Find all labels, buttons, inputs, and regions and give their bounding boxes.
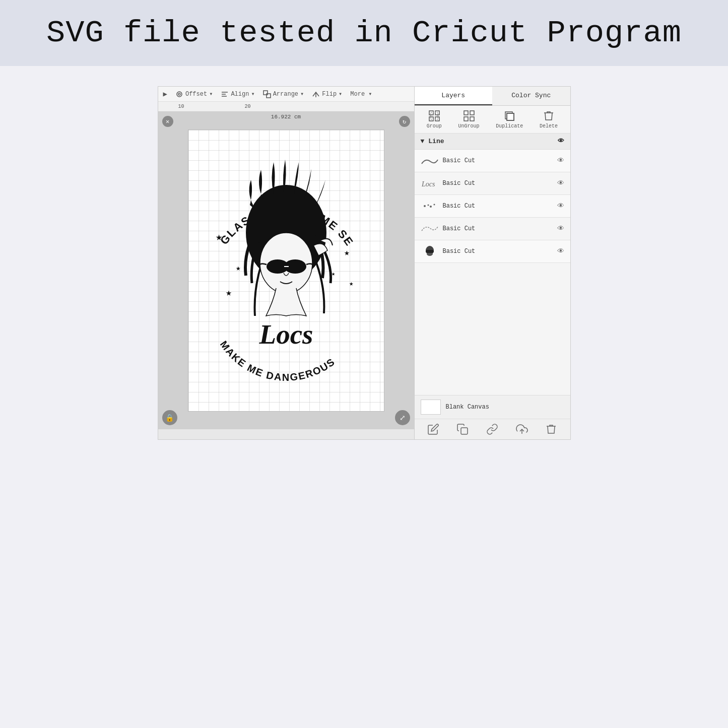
blank-canvas-swatch <box>421 400 441 415</box>
group-eye-icon[interactable]: 👁 <box>558 138 564 145</box>
layer-item[interactable]: Basic Cut 👁 <box>415 218 570 240</box>
ruler-mark-2: 20 <box>245 104 251 109</box>
copy-icon-btn[interactable] <box>456 423 469 435</box>
svg-text:★: ★ <box>236 264 241 273</box>
layer-eye-2[interactable]: 👁 <box>557 179 564 187</box>
svg-rect-24 <box>429 111 433 115</box>
design-canvas: GLASSES MAKE ME SEXY ★ ★ ★ ★ ★ ★ ★ ★ <box>188 129 384 412</box>
svg-rect-27 <box>435 117 439 121</box>
editor-toolbar: ▶ Offset ▾ Align ▾ <box>158 87 414 102</box>
duplicate-button[interactable]: Duplicate <box>496 110 523 129</box>
svg-rect-44 <box>461 428 468 434</box>
svg-point-1 <box>178 93 180 95</box>
canvas-size-label: 16.922 cm <box>271 114 301 120</box>
header-banner: SVG file tested in Cricut Program <box>0 0 728 66</box>
delete-button[interactable]: Delete <box>540 110 558 129</box>
align-tool[interactable]: Align ▾ <box>221 90 254 98</box>
layer-eye-5[interactable]: 👁 <box>557 247 564 255</box>
svg-point-0 <box>177 92 182 97</box>
ungroup-button[interactable]: UnGroup <box>458 110 480 129</box>
layer-thumb-5 <box>421 244 439 258</box>
arrange-label: Arrange <box>273 91 298 98</box>
svg-point-39 <box>430 206 432 208</box>
svg-rect-34 <box>507 113 514 120</box>
layer-eye-1[interactable]: 👁 <box>557 157 564 165</box>
svg-rect-31 <box>464 117 468 121</box>
canvas-expand-button[interactable]: ↻ <box>399 116 410 127</box>
panel-bottom-toolbar <box>415 419 570 439</box>
svg-rect-25 <box>435 111 439 115</box>
layer-thumb-2: Locs <box>421 176 439 190</box>
layer-label-1: Basic Cut <box>443 157 553 164</box>
ruler-numbers: 10 20 <box>178 104 251 109</box>
layer-thumb-3 <box>421 199 439 213</box>
layer-item[interactable]: Basic Cut 👁 <box>415 195 570 218</box>
offset-chevron: ▾ <box>209 90 213 98</box>
layer-item[interactable]: Basic Cut 👁 <box>415 240 570 263</box>
blank-canvas-label: Blank Canvas <box>446 404 489 411</box>
svg-point-37 <box>424 205 426 207</box>
edit-icon-btn[interactable] <box>427 423 439 435</box>
ruler-mark-1: 10 <box>178 104 184 109</box>
resize-button[interactable]: ⤢ <box>395 410 410 425</box>
layer-label-4: Basic Cut <box>443 225 553 232</box>
flip-label: Flip <box>322 91 337 98</box>
layers-list: ▼ Line 👁 Basic Cut 👁 Locs <box>415 134 570 395</box>
delete-label: Delete <box>540 123 558 129</box>
layers-panel: Layers Color Sync Group <box>414 87 570 439</box>
offset-tool[interactable]: Offset ▾ <box>175 90 213 98</box>
layer-eye-4[interactable]: 👁 <box>557 225 564 233</box>
svg-text:Locs: Locs <box>258 319 313 350</box>
svg-rect-43 <box>426 250 434 253</box>
layer-label-5: Basic Cut <box>443 248 553 255</box>
link-icon-btn[interactable] <box>486 423 498 435</box>
layer-item[interactable]: Locs Basic Cut 👁 <box>415 172 570 195</box>
ungroup-label: UnGroup <box>458 123 480 129</box>
canvas-close-button[interactable]: ✕ <box>162 116 173 127</box>
svg-rect-28 <box>431 112 438 119</box>
layer-thumb-4 <box>421 222 439 236</box>
main-content: ▶ Offset ▾ Align ▾ <box>158 86 571 440</box>
header-title: SVG file tested in Cricut Program <box>30 15 698 51</box>
more-label: More ▾ <box>350 90 372 98</box>
group-name: Line <box>428 138 444 145</box>
flip-tool[interactable]: Flip ▾ <box>312 90 342 98</box>
layer-label-2: Basic Cut <box>443 180 553 187</box>
lock-button[interactable]: 🔒 <box>162 410 177 425</box>
svg-point-40 <box>433 204 435 206</box>
layer-eye-3[interactable]: 👁 <box>557 202 564 210</box>
ruler-top: 10 20 <box>158 102 414 112</box>
design-svg: GLASSES MAKE ME SEXY ★ ★ ★ ★ ★ ★ ★ ★ <box>195 135 377 407</box>
group-collapse-icon[interactable]: ▼ <box>421 138 425 145</box>
svg-rect-5 <box>263 91 268 95</box>
layer-group-header: ▼ Line 👁 <box>415 134 570 150</box>
layer-thumb-1 <box>421 154 439 168</box>
upload-icon-btn[interactable] <box>516 423 528 435</box>
canvas-area: ▶ Offset ▾ Align ▾ <box>158 87 414 439</box>
more-tool[interactable]: More ▾ <box>350 90 372 98</box>
blank-canvas-row: Blank Canvas <box>415 395 570 419</box>
svg-point-38 <box>427 205 429 206</box>
align-label: Align <box>231 91 249 98</box>
svg-text:★: ★ <box>226 287 232 299</box>
panel-tabs: Layers Color Sync <box>415 87 570 106</box>
align-chevron: ▾ <box>251 90 254 98</box>
flip-chevron: ▾ <box>339 90 342 98</box>
svg-rect-26 <box>429 117 433 121</box>
group-button[interactable]: Group <box>427 110 442 129</box>
panel-toolbar: Group UnGroup Duplicate <box>415 106 570 134</box>
canvas-wrapper: 16.922 cm ✕ ↻ GLASSES MAKE ME SEXY ★ <box>158 112 414 429</box>
layer-label-3: Basic Cut <box>443 203 553 210</box>
layer-item[interactable]: Basic Cut 👁 <box>415 150 570 172</box>
offset-label: Offset <box>185 91 207 98</box>
arrange-tool[interactable]: Arrange ▾ <box>263 90 304 98</box>
svg-rect-32 <box>470 117 474 121</box>
tab-layers[interactable]: Layers <box>415 87 493 105</box>
arrange-chevron: ▾ <box>300 90 304 98</box>
svg-text:★: ★ <box>344 248 350 258</box>
design-svg-container: GLASSES MAKE ME SEXY ★ ★ ★ ★ ★ ★ ★ ★ <box>188 130 384 411</box>
trash-icon-btn[interactable] <box>545 423 557 435</box>
tab-color-sync[interactable]: Color Sync <box>492 87 570 105</box>
select-icon: ▶ <box>163 90 167 98</box>
svg-text:Locs: Locs <box>421 180 435 188</box>
